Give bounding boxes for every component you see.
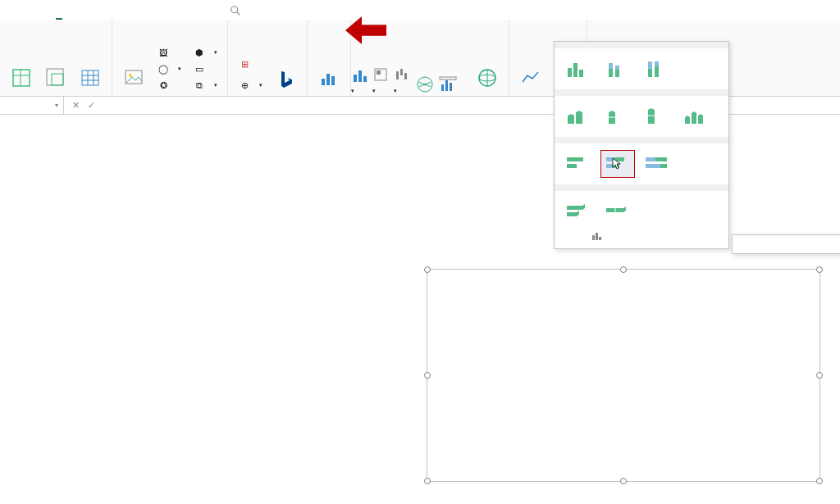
resize-handle[interactable] xyxy=(816,266,823,273)
tab-developer[interactable] xyxy=(184,3,190,20)
svg-rect-18 xyxy=(358,70,362,82)
screenshot-button[interactable]: ⧉▾ xyxy=(191,78,219,93)
svg-rect-44 xyxy=(648,61,652,69)
pictures-button[interactable] xyxy=(121,65,147,93)
stacked-bar-tooltip xyxy=(732,234,840,254)
clustered-bar-option[interactable] xyxy=(561,150,596,178)
chart-plot-area xyxy=(439,278,808,456)
waterfall-chart-button[interactable]: ▾ xyxy=(394,66,412,94)
enter-icon[interactable]: ✓ xyxy=(88,100,95,111)
tab-formulas[interactable] xyxy=(98,3,105,20)
svg-rect-52 xyxy=(606,164,612,168)
svg-rect-5 xyxy=(47,69,63,85)
svg-rect-28 xyxy=(450,83,452,91)
pivottable-button[interactable] xyxy=(8,65,34,93)
svg-rect-22 xyxy=(396,71,399,79)
svg-rect-58 xyxy=(592,235,595,240)
svg-rect-2 xyxy=(13,70,30,86)
svg-rect-46 xyxy=(655,61,659,66)
section-3d-column xyxy=(555,89,728,96)
recommended-charts-button[interactable] xyxy=(316,65,342,93)
shapes-icon: ◯ xyxy=(157,62,170,75)
search-label xyxy=(246,8,253,13)
svg-point-13 xyxy=(129,74,132,77)
tab-file[interactable] xyxy=(13,3,20,20)
svg-rect-42 xyxy=(615,66,619,70)
store-icon: ⊞ xyxy=(238,57,251,70)
tab-review[interactable] xyxy=(141,3,148,20)
clustered-3d-bar-option[interactable] xyxy=(561,198,596,225)
more-column-charts[interactable] xyxy=(555,227,728,248)
online-pictures-button[interactable]: 🖼 xyxy=(155,45,183,60)
search-box[interactable] xyxy=(226,3,256,20)
cancel-icon[interactable]: ✕ xyxy=(72,100,80,111)
stacked-3d-bar-option[interactable] xyxy=(600,198,635,225)
recommended-pivot-icon xyxy=(43,65,69,91)
get-addins-button[interactable]: ⊞ xyxy=(236,57,264,71)
resize-handle[interactable] xyxy=(816,478,823,484)
svg-rect-21 xyxy=(377,70,381,75)
svg-rect-19 xyxy=(363,76,367,82)
pivotchart-button[interactable] xyxy=(438,75,458,94)
bing-button[interactable] xyxy=(272,66,299,93)
3d-column-option[interactable] xyxy=(679,102,714,130)
smartart-icon: ▭ xyxy=(193,62,206,75)
svg-rect-26 xyxy=(441,84,444,91)
recommended-pivot-button[interactable] xyxy=(43,65,69,93)
svg-rect-54 xyxy=(646,157,655,161)
name-box[interactable] xyxy=(0,97,64,114)
search-icon xyxy=(230,5,241,16)
group-addins: ⊞ ⊕▾ xyxy=(228,20,308,96)
stacked-column-option[interactable] xyxy=(600,55,635,83)
stacked-bar-option[interactable] xyxy=(600,150,635,178)
3dmap-button[interactable] xyxy=(474,65,500,93)
more-charts-icon xyxy=(591,230,604,242)
svg-rect-6 xyxy=(52,74,63,85)
group-tours xyxy=(466,20,509,96)
resize-handle[interactable] xyxy=(620,266,627,273)
table-icon xyxy=(77,65,103,91)
clustered-3d-column-option[interactable] xyxy=(561,102,596,130)
table-button[interactable] xyxy=(77,65,103,93)
stacked-3d-column-option[interactable] xyxy=(600,102,635,130)
stacked100-column-option[interactable] xyxy=(640,55,674,83)
svg-rect-29 xyxy=(440,77,456,79)
tab-help[interactable] xyxy=(205,3,212,20)
resize-handle[interactable] xyxy=(424,478,431,484)
my-addins-button[interactable]: ⊕▾ xyxy=(236,78,264,93)
smartart-button[interactable]: ▭ xyxy=(191,61,219,76)
svg-rect-37 xyxy=(573,63,578,77)
formula-input[interactable] xyxy=(112,101,840,111)
stacked100-3d-column-option[interactable] xyxy=(640,102,674,130)
tab-home[interactable] xyxy=(34,3,41,20)
chart-preview[interactable] xyxy=(427,269,820,482)
online-pictures-icon: 🖼 xyxy=(157,46,170,59)
shapes-button[interactable]: ◯▾ xyxy=(155,61,183,76)
svg-rect-17 xyxy=(354,75,357,82)
screenshot-icon: ⧉ xyxy=(193,79,206,92)
resize-handle[interactable] xyxy=(816,372,823,379)
sparkline-line-button[interactable] xyxy=(518,65,544,93)
section-3d-bar xyxy=(555,184,728,191)
tab-view[interactable] xyxy=(162,3,169,20)
resize-handle[interactable] xyxy=(424,372,431,379)
icons-button[interactable]: ✪ xyxy=(155,78,183,93)
stacked100-bar-option[interactable] xyxy=(640,150,674,178)
svg-point-0 xyxy=(231,7,238,13)
group-illustrations: 🖼 ◯▾ ✪ ⬢▾ ▭ ⧉▾ xyxy=(112,20,228,96)
chart-type-dropdown xyxy=(554,41,729,249)
section-2d-column xyxy=(555,42,728,48)
resize-handle[interactable] xyxy=(620,478,627,484)
recommended-charts-icon xyxy=(316,65,342,91)
maps-button[interactable] xyxy=(415,75,435,94)
hierarchy-chart-button[interactable]: ▾ xyxy=(372,66,390,94)
group-charts xyxy=(308,20,351,96)
tab-data[interactable] xyxy=(120,3,126,20)
clustered-column-option[interactable] xyxy=(561,55,596,83)
column-chart-button[interactable]: ▾ xyxy=(351,66,369,94)
resize-handle[interactable] xyxy=(424,266,431,273)
globe-icon xyxy=(474,65,500,91)
tab-page-layout[interactable] xyxy=(77,3,84,20)
3dmodels-button[interactable]: ⬢▾ xyxy=(191,45,219,60)
tab-insert[interactable] xyxy=(56,3,62,20)
